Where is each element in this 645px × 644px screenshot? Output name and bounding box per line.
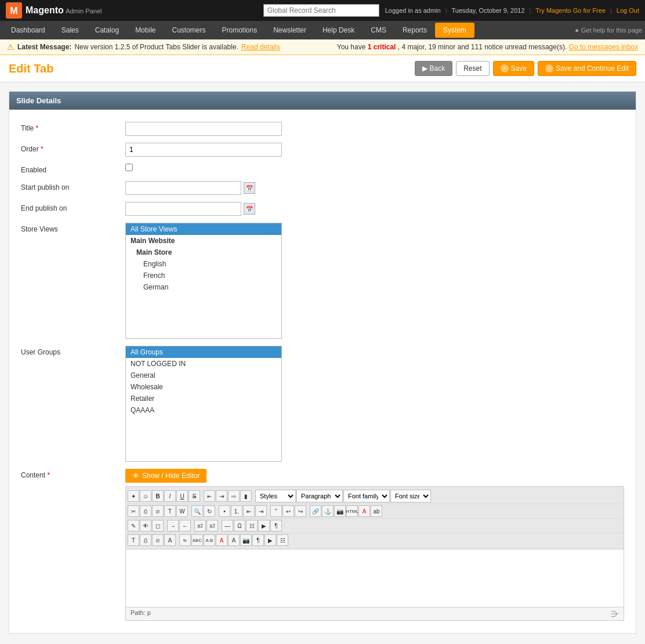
save-button[interactable]: ✓ Save — [493, 61, 534, 76]
user-group-retailer[interactable]: Retailer — [126, 393, 281, 404]
tb-indent[interactable]: ⇥ — [255, 505, 267, 517]
tb-paste[interactable]: ⎚ — [152, 505, 164, 517]
tb-styles-select[interactable]: Styles — [255, 490, 296, 502]
tb-list-unordered[interactable]: • — [219, 505, 230, 517]
tb-font-alt[interactable]: A — [164, 534, 176, 546]
user-group-general[interactable]: General — [126, 370, 281, 381]
tb-rtl[interactable]: ← — [179, 520, 191, 531]
store-option-main-website[interactable]: Main Website — [126, 235, 281, 247]
tb-outdent[interactable]: ⇤ — [243, 505, 255, 517]
tb-color2[interactable]: A — [216, 534, 227, 546]
tb-template[interactable]: T — [128, 534, 139, 546]
show-hide-editor-button[interactable]: 👁 Show / Hide Editor — [125, 469, 206, 483]
tb-full[interactable]: ◻ — [152, 520, 164, 531]
user-group-qaaaa[interactable]: QAAAA — [126, 404, 281, 416]
store-option-all[interactable]: All Store Views — [126, 223, 281, 235]
tb-html[interactable]: HTML — [346, 505, 358, 517]
tb-redo[interactable]: ↪ — [295, 505, 306, 517]
save-continue-button[interactable]: ✓ Save and Continue Edit — [538, 61, 636, 76]
back-button[interactable]: ▶ Back — [415, 61, 453, 76]
order-input[interactable] — [125, 143, 282, 157]
nav-dashboard[interactable]: Dashboard — [3, 23, 53, 38]
tb-align-left[interactable]: ⇤ — [204, 490, 215, 502]
tb-align-center[interactable]: ⇥ — [216, 490, 227, 502]
nav-promotions[interactable]: Promotions — [214, 23, 266, 38]
nav-mobile[interactable]: Mobile — [127, 23, 164, 38]
tb-paste-word[interactable]: W — [176, 505, 188, 517]
start-publish-input[interactable] — [125, 181, 241, 195]
nav-sales[interactable]: Sales — [53, 23, 87, 38]
reset-button[interactable]: Reset — [456, 61, 489, 76]
tb-ltr[interactable]: → — [167, 520, 179, 531]
search-input[interactable] — [263, 4, 379, 17]
logout-link[interactable]: Log Out — [617, 7, 639, 14]
tb-color3[interactable]: A — [228, 534, 240, 546]
tb-paste-text[interactable]: T — [164, 505, 176, 517]
tb-fx3[interactable]: A.B — [204, 534, 215, 546]
tb-strikethrough[interactable]: S — [189, 490, 200, 502]
tb-sup[interactable]: x2 — [206, 520, 218, 531]
read-details-link[interactable]: Read details — [241, 43, 280, 51]
tb-special1[interactable]: ✦ — [128, 490, 139, 502]
tb-highlight[interactable]: ab — [371, 505, 382, 517]
store-option-english[interactable]: English — [126, 258, 281, 270]
tb-replace[interactable]: ↻ — [204, 505, 215, 517]
tb-edit-html[interactable]: ✎ — [128, 520, 139, 531]
help-link[interactable]: ● Get help for this page — [575, 27, 642, 34]
store-views-select[interactable]: All Store Views Main Website Main Store … — [125, 223, 282, 339]
tb-undo[interactable]: ↩ — [282, 505, 294, 517]
tb-symbol[interactable]: Ω — [234, 520, 245, 531]
tb-special2[interactable]: ☺ — [140, 490, 151, 502]
user-groups-select[interactable]: All Groups NOT LOGGED IN General Wholesa… — [125, 346, 282, 462]
nav-reports[interactable]: Reports — [394, 23, 435, 38]
tb-font-family-select[interactable]: Font family — [343, 490, 390, 502]
tb-find[interactable]: 🔍 — [191, 505, 203, 517]
editor-content-area[interactable] — [125, 549, 624, 607]
nav-customers[interactable]: Customers — [164, 23, 213, 38]
nav-cms[interactable]: CMS — [363, 23, 394, 38]
end-publish-calendar[interactable]: 📅 — [244, 203, 255, 215]
store-option-german[interactable]: German — [126, 281, 281, 293]
tb-pilcrow[interactable]: ¶ — [252, 534, 264, 546]
tb-align-right[interactable]: ⇨ — [228, 490, 240, 502]
tb-table2[interactable]: ☷ — [277, 534, 288, 546]
tb-copy2[interactable]: ⎙ — [140, 534, 151, 546]
tb-media2[interactable]: ▶ — [264, 534, 276, 546]
try-link[interactable]: Try Magento Go for Free — [535, 7, 606, 14]
tb-hr[interactable]: — — [222, 520, 233, 531]
tb-table[interactable]: ☷ — [246, 520, 258, 531]
tb-align-justify[interactable]: ▮ — [240, 490, 252, 502]
nav-catalog[interactable]: Catalog — [87, 23, 127, 38]
tb-paste2[interactable]: ⎚ — [152, 534, 164, 546]
nav-system[interactable]: System — [435, 23, 474, 38]
title-input[interactable] — [125, 122, 282, 136]
store-option-french[interactable]: French — [126, 270, 281, 281]
user-group-all[interactable]: All Groups — [126, 346, 281, 358]
resize-handle[interactable]: ⋺ — [611, 609, 619, 618]
tb-media[interactable]: ▶ — [258, 520, 270, 531]
tb-paragraph-select[interactable]: Paragraph — [296, 490, 343, 502]
tb-italic[interactable]: I — [164, 490, 176, 502]
tb-color[interactable]: A — [358, 505, 370, 517]
user-group-wholesale[interactable]: Wholesale — [126, 381, 281, 393]
tb-copy[interactable]: ⎙ — [140, 505, 151, 517]
end-publish-input[interactable] — [125, 202, 241, 216]
tb-fx2[interactable]: ABC — [191, 534, 203, 546]
tb-nonbreak[interactable]: ¶ — [270, 520, 282, 531]
tb-bold[interactable]: B — [152, 490, 164, 502]
tb-fx1[interactable]: fx — [179, 534, 191, 546]
user-group-not-logged-in[interactable]: NOT LOGGED IN — [126, 358, 281, 370]
tb-anchor[interactable]: ⚓ — [322, 505, 334, 517]
tb-image[interactable]: 📷 — [334, 505, 346, 517]
tb-list-ordered[interactable]: 1. — [231, 505, 242, 517]
tb-font-size-select[interactable]: Font size — [390, 490, 431, 502]
start-publish-calendar[interactable]: 📅 — [244, 182, 255, 194]
nav-helpdesk[interactable]: Help Desk — [314, 23, 363, 38]
tb-underline[interactable]: U — [176, 490, 188, 502]
tb-cut[interactable]: ✂ — [128, 505, 139, 517]
tb-blockquote[interactable]: " — [270, 505, 282, 517]
tb-preview[interactable]: 👁 — [140, 520, 151, 531]
enabled-checkbox[interactable] — [125, 164, 133, 171]
tb-sub[interactable]: x2 — [194, 520, 206, 531]
nav-newsletter[interactable]: Newsletter — [265, 23, 314, 38]
